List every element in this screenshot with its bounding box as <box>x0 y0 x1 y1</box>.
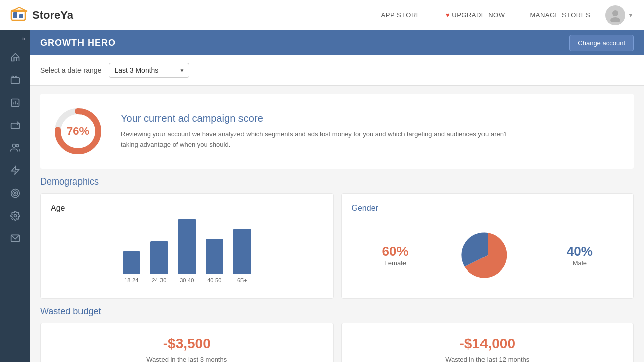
page-header: GROWTH HERO Change account <box>30 30 644 55</box>
bar-group-24-30: 24-30 <box>150 241 168 283</box>
sidebar-item-analytics[interactable] <box>5 93 25 113</box>
top-navigation: StoreYa APP STORE ♥UPGRADE NOW MANAGE ST… <box>0 0 644 30</box>
bar-65plus <box>233 229 251 274</box>
bar-24-30 <box>150 241 168 274</box>
storeya-logo-icon <box>10 6 28 24</box>
demographics-title: Demographics <box>40 176 634 187</box>
wasted-budget-section: Wasted budget -$3,500 Wasted in the last… <box>30 306 644 362</box>
svg-point-5 <box>610 17 620 22</box>
score-value: 76% <box>67 125 89 138</box>
wasted-label-3months: Wasted in the last 3 months <box>51 356 323 362</box>
demographics-section: Demographics Age 18-24 24-30 <box>30 176 644 299</box>
main-layout: » <box>0 30 644 362</box>
wasted-budget-title: Wasted budget <box>40 306 634 317</box>
svg-point-18 <box>14 215 17 217</box>
date-range-select[interactable]: Last 3 Months Last Month Last 6 Months L… <box>109 63 189 78</box>
score-description: Reviewing your account we have analyzed … <box>121 129 523 150</box>
bar-label-40-50: 40-50 <box>207 277 221 283</box>
age-bar-chart: 18-24 24-30 30-40 40-50 <box>51 223 323 283</box>
sidebar-item-tools[interactable] <box>5 115 25 135</box>
date-range-label: Select a date range <box>40 66 101 74</box>
nav-links: APP STORE ♥UPGRADE NOW MANAGE STORES <box>381 11 591 19</box>
sidebar-item-people[interactable] <box>5 138 25 158</box>
male-percent: 40% <box>567 244 593 259</box>
wasted-amount-3months: -$3,500 <box>51 336 323 352</box>
male-label: Male <box>567 259 593 267</box>
gender-female-stat: 60% Female <box>382 244 409 267</box>
svg-marker-14 <box>12 166 19 175</box>
gender-pie-chart <box>460 228 515 283</box>
svg-point-15 <box>11 189 20 198</box>
sidebar-item-settings[interactable] <box>5 206 25 226</box>
gender-card-title: Gender <box>352 204 624 213</box>
sidebar-item-flash[interactable] <box>5 160 25 180</box>
date-range-select-wrapper: Last 3 Months Last Month Last 6 Months L… <box>109 63 189 78</box>
score-info: Your current ad campaign score Reviewing… <box>121 113 523 150</box>
gender-male-stat: 40% Male <box>567 244 593 267</box>
bar-40-50 <box>206 239 223 274</box>
sidebar-item-target[interactable] <box>5 183 25 203</box>
bar-30-40 <box>178 219 196 274</box>
svg-point-12 <box>12 144 16 148</box>
score-title: Your current ad campaign score <box>121 113 523 124</box>
wasted-card-12months: -$14,000 Wasted in the last 12 months <box>341 323 634 362</box>
bar-group-18-24: 18-24 <box>123 251 140 283</box>
wasted-amount-12months: -$14,000 <box>352 336 624 352</box>
age-card-title: Age <box>51 204 323 213</box>
gender-card: Gender 60% Female <box>341 193 634 299</box>
upgrade-link[interactable]: ♥UPGRADE NOW <box>446 11 505 19</box>
bar-18-24 <box>123 251 140 274</box>
wasted-card-3months: -$3,500 Wasted in the last 3 months <box>40 323 334 362</box>
svg-point-4 <box>612 10 618 16</box>
change-account-button[interactable]: Change account <box>569 35 634 51</box>
bar-group-65plus: 65+ <box>233 229 251 283</box>
svg-point-13 <box>16 144 19 147</box>
bar-label-18-24: 18-24 <box>124 277 138 283</box>
gender-chart-area: 60% Female 40% Mal <box>352 223 624 288</box>
demographics-grid: Age 18-24 24-30 30-40 <box>40 193 634 299</box>
bar-group-30-40: 30-40 <box>178 219 196 283</box>
sidebar-item-email[interactable] <box>5 228 25 248</box>
date-range-bar: Select a date range Last 3 Months Last M… <box>30 55 644 86</box>
svg-rect-2 <box>19 14 23 18</box>
female-label: Female <box>382 259 409 267</box>
app-store-link[interactable]: APP STORE <box>381 11 421 19</box>
score-donut-chart: 76% <box>50 104 106 159</box>
heart-icon: ♥ <box>446 11 450 19</box>
sidebar-item-home[interactable] <box>5 47 25 67</box>
sidebar-collapse-btn[interactable]: » <box>0 35 30 42</box>
sidebar-item-store[interactable] <box>5 70 25 90</box>
age-card: Age 18-24 24-30 30-40 <box>40 193 334 299</box>
sidebar: » <box>0 30 30 362</box>
manage-stores-link[interactable]: MANAGE STORES <box>530 11 590 19</box>
logo-area: StoreYa <box>10 6 381 24</box>
svg-point-16 <box>13 191 18 196</box>
avatar-icon <box>608 8 622 22</box>
bar-label-65plus: 65+ <box>237 277 247 283</box>
page-title: GROWTH HERO <box>40 38 116 48</box>
bar-label-30-40: 30-40 <box>180 277 194 283</box>
collapse-icon: » <box>22 35 25 42</box>
svg-rect-6 <box>11 78 20 84</box>
svg-rect-1 <box>13 12 17 18</box>
wasted-label-12months: Wasted in the last 12 months <box>352 356 624 362</box>
bar-group-40-50: 40-50 <box>206 239 223 283</box>
user-avatar[interactable] <box>605 5 625 25</box>
wasted-grid: -$3,500 Wasted in the last 3 months -$14… <box>40 323 634 362</box>
bar-label-24-30: 24-30 <box>152 277 166 283</box>
account-chevron-icon[interactable]: ▼ <box>628 12 634 19</box>
female-percent: 60% <box>382 244 409 259</box>
score-section: 76% Your current ad campaign score Revie… <box>40 94 634 169</box>
svg-point-17 <box>14 192 16 194</box>
content-area: GROWTH HERO Change account Select a date… <box>30 30 644 362</box>
logo-text: StoreYa <box>32 9 73 22</box>
